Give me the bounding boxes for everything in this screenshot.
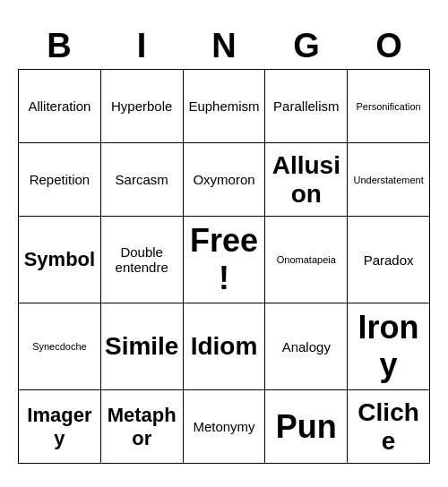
cell-text: Allusion: [269, 151, 343, 209]
bingo-card: BINGO AlliterationHyperboleEuphemismPara…: [18, 23, 430, 464]
bingo-cell: Idiom: [184, 303, 266, 390]
header-letter: G: [265, 23, 348, 69]
cell-text: Idiom: [191, 332, 258, 361]
cell-text: Personification: [357, 101, 421, 112]
cell-text: Cliche: [351, 398, 426, 456]
cell-text: Pun: [276, 408, 337, 446]
cell-text: Oxymoron: [193, 172, 254, 187]
bingo-cell: Allusion: [265, 143, 348, 217]
cell-text: Synecdoche: [32, 341, 87, 352]
bingo-cell: Understatement: [348, 143, 430, 217]
cell-text: Simile: [105, 332, 178, 361]
bingo-header: BINGO: [18, 23, 430, 69]
bingo-cell: Metaphor: [101, 390, 184, 464]
bingo-cell: Alliteration: [19, 70, 101, 143]
bingo-cell: Irony: [348, 303, 430, 390]
cell-text: Paradox: [364, 252, 414, 268]
header-letter: I: [100, 23, 183, 69]
bingo-cell: Repetition: [19, 143, 101, 217]
cell-text: Hyperbole: [111, 98, 172, 114]
bingo-cell: Synecdoche: [19, 303, 101, 390]
bingo-cell: Paradox: [348, 217, 430, 303]
bingo-cell: Symbol: [19, 217, 101, 303]
cell-text: Double entendre: [105, 244, 179, 275]
cell-text: Analogy: [282, 339, 331, 355]
bingo-cell: Oxymoron: [184, 143, 266, 217]
bingo-cell: Cliche: [348, 390, 430, 464]
bingo-cell: Onomatapeia: [265, 217, 348, 303]
bingo-cell: Sarcasm: [101, 143, 184, 217]
bingo-cell: Metonymy: [184, 390, 266, 464]
cell-text: Metonymy: [193, 419, 254, 434]
bingo-cell: Free!: [184, 217, 266, 303]
cell-text: Repetition: [30, 172, 90, 187]
bingo-cell: Analogy: [265, 303, 348, 390]
cell-text: Onomatapeia: [277, 254, 336, 265]
bingo-cell: Imagery: [19, 390, 101, 464]
cell-text: Metaphor: [105, 404, 179, 450]
bingo-cell: Pun: [265, 390, 348, 464]
cell-text: Sarcasm: [116, 172, 168, 187]
bingo-cell: Double entendre: [101, 217, 184, 303]
cell-text: Irony: [351, 309, 426, 384]
cell-text: Alliteration: [28, 98, 90, 114]
bingo-cell: Simile: [101, 303, 184, 390]
cell-text: Free!: [187, 222, 262, 297]
cell-text: Imagery: [22, 404, 97, 450]
bingo-cell: Personification: [348, 70, 430, 143]
bingo-cell: Hyperbole: [101, 70, 184, 143]
cell-text: Euphemism: [188, 98, 259, 114]
bingo-grid: AlliterationHyperboleEuphemismParallelis…: [18, 69, 430, 464]
bingo-cell: Parallelism: [265, 70, 348, 143]
cell-text: Understatement: [353, 175, 423, 185]
cell-text: Parallelism: [273, 98, 339, 114]
header-letter: N: [183, 23, 265, 69]
cell-text: Symbol: [24, 248, 95, 271]
header-letter: O: [348, 23, 430, 69]
bingo-cell: Euphemism: [184, 70, 266, 143]
header-letter: B: [18, 23, 100, 69]
